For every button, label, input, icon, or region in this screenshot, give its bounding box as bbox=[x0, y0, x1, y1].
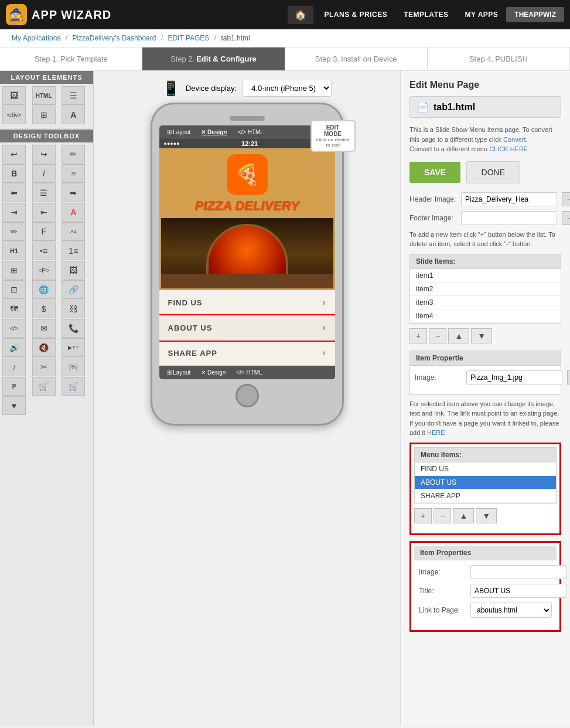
variable-icon[interactable]: [%] bbox=[62, 358, 85, 376]
youtube-icon[interactable]: ▶YT bbox=[62, 338, 85, 357]
footer-image-input[interactable] bbox=[461, 211, 557, 225]
mute-icon[interactable]: 🔇 bbox=[32, 338, 56, 357]
nav-myapps[interactable]: MY APPS bbox=[456, 7, 506, 22]
scissors-icon[interactable]: ✂ bbox=[32, 358, 56, 376]
footer-image-browse[interactable]: ··· bbox=[562, 211, 570, 225]
menu-item-shareapp[interactable]: SHARE APP bbox=[415, 489, 556, 503]
here-link[interactable]: HERE bbox=[427, 429, 445, 436]
outdent-icon[interactable]: ⇤ bbox=[32, 203, 56, 222]
design-tab[interactable]: ✕ Design bbox=[198, 128, 230, 137]
bottom-image-input[interactable] bbox=[470, 565, 566, 579]
header-image-input[interactable] bbox=[461, 192, 557, 206]
step-4[interactable]: Step 4. PUBLISH bbox=[428, 47, 570, 70]
menu-item-aboutus[interactable]: ABOUT US bbox=[415, 476, 556, 489]
slide-remove-button[interactable]: − bbox=[429, 328, 446, 343]
bold-icon[interactable]: B bbox=[2, 164, 26, 183]
bottom-title-input[interactable] bbox=[470, 584, 566, 598]
save-button[interactable]: SAVE bbox=[409, 162, 460, 183]
slide-item-4[interactable]: item4 bbox=[410, 309, 561, 323]
dollar-icon[interactable]: $ bbox=[32, 300, 56, 318]
menu-item-findus[interactable]: FIND US bbox=[415, 462, 556, 476]
phone-menu-item-aboutus[interactable]: ABOUT US › bbox=[159, 315, 335, 341]
layout-tab-bottom[interactable]: ⊞ Layout bbox=[164, 368, 194, 377]
list-icon[interactable]: ☰ bbox=[62, 86, 85, 105]
p-tag-icon[interactable]: <P> bbox=[32, 261, 56, 280]
map-icon[interactable]: 🗺 bbox=[2, 300, 26, 318]
align-left-icon[interactable]: ⬅ bbox=[2, 183, 26, 202]
music-icon[interactable]: ♪ bbox=[2, 358, 26, 376]
item-image-input[interactable] bbox=[466, 370, 562, 385]
phone-home-button[interactable] bbox=[235, 384, 259, 407]
step-2[interactable]: Step 2. Edit & Configure bbox=[142, 47, 285, 70]
breadcrumb-editpages[interactable]: EDIT PAGES bbox=[168, 34, 209, 42]
layout-tab[interactable]: ⊞ Layout bbox=[164, 128, 194, 137]
home-button[interactable]: 🏠 bbox=[288, 6, 313, 24]
html-tab-bottom[interactable]: </> HTML bbox=[233, 368, 265, 377]
phone-icon[interactable]: 📞 bbox=[62, 319, 85, 338]
h1-icon[interactable]: H1 bbox=[2, 241, 26, 260]
link-icon[interactable]: 🔗 bbox=[62, 280, 85, 299]
breadcrumb-myapps[interactable]: My Applications bbox=[12, 34, 60, 42]
done-button[interactable]: DONE bbox=[466, 161, 520, 183]
phone-menu-item-findus[interactable]: FIND US › bbox=[159, 290, 335, 315]
slide-up-button[interactable]: ▲ bbox=[448, 328, 469, 343]
slide-item-3[interactable]: item3 bbox=[410, 296, 561, 309]
app-logo[interactable]: 🧙 APP WIZARD bbox=[6, 4, 111, 25]
slide-add-button[interactable]: + bbox=[409, 328, 427, 343]
pencil-icon[interactable]: ✏ bbox=[2, 222, 26, 241]
nav-user[interactable]: THEAPPWIZ bbox=[506, 7, 564, 22]
italic-icon[interactable]: I bbox=[32, 164, 56, 183]
font-color-icon[interactable]: A bbox=[62, 203, 85, 222]
menu-up-button[interactable]: ▲ bbox=[453, 508, 474, 523]
item-image-browse[interactable]: ··· bbox=[567, 370, 570, 385]
numbered-list-icon[interactable]: 1≡ bbox=[62, 241, 85, 260]
chain-icon[interactable]: ⛓ bbox=[62, 300, 85, 318]
align-right-icon[interactable]: ➡ bbox=[62, 183, 85, 202]
heart-icon[interactable]: ♥ bbox=[2, 396, 26, 415]
design-tab-bottom[interactable]: ✕ Design bbox=[198, 368, 228, 377]
bullet-list-icon[interactable]: •≡ bbox=[32, 241, 56, 260]
redo-icon[interactable]: ↪ bbox=[32, 145, 56, 164]
font-size-icon[interactable]: AA bbox=[62, 222, 85, 241]
slide-item-2[interactable]: item2 bbox=[410, 283, 561, 296]
image-icon[interactable]: 🖼 bbox=[2, 86, 26, 105]
div-icon[interactable]: <div> bbox=[2, 106, 26, 124]
slide-item-1[interactable]: item1 bbox=[410, 269, 561, 283]
email-icon[interactable]: ✉ bbox=[32, 319, 56, 338]
menu-add-button[interactable]: + bbox=[414, 508, 432, 523]
step-3[interactable]: Step 3. Install on Device bbox=[285, 47, 428, 70]
html-icon[interactable]: HTML bbox=[32, 86, 56, 105]
step-1[interactable]: Step 1. Pick Template bbox=[0, 47, 142, 70]
align-center-icon[interactable]: ☰ bbox=[32, 183, 56, 202]
breadcrumb-dashboard[interactable]: PizzaDelivery's Dashboard bbox=[72, 34, 156, 42]
header-image-browse[interactable]: ··· bbox=[562, 192, 570, 206]
phone-screen[interactable]: ⊞ Layout ✕ Design </> HTML ●●●●● 12:21 8… bbox=[159, 125, 335, 379]
code-icon[interactable]: </> bbox=[2, 319, 26, 338]
phone-menu-item-shareapp[interactable]: SHARE APP › bbox=[159, 341, 335, 366]
device-display-select[interactable]: 4.0-inch (iPhone 5) bbox=[243, 80, 332, 97]
indent-icon[interactable]: ⇥ bbox=[2, 203, 26, 222]
table-icon[interactable]: ⊞ bbox=[32, 106, 56, 124]
eraser-icon[interactable]: ✏ bbox=[62, 145, 85, 164]
align-icon[interactable]: ≡ bbox=[62, 164, 85, 183]
paypal-icon[interactable]: P bbox=[2, 377, 26, 396]
font-icon[interactable]: F bbox=[32, 222, 56, 241]
menu-remove-button[interactable]: − bbox=[434, 508, 451, 523]
image2-icon[interactable]: 🖼 bbox=[62, 261, 85, 280]
cart-icon[interactable]: 🛒 bbox=[32, 377, 56, 396]
globe-icon[interactable]: 🌐 bbox=[32, 280, 56, 299]
bottom-link-select[interactable]: aboutus.html bbox=[470, 603, 552, 618]
undo-icon[interactable]: ↩ bbox=[2, 145, 26, 164]
menu-down-button[interactable]: ▼ bbox=[476, 508, 497, 523]
cart2-icon[interactable]: 🛒 bbox=[62, 377, 85, 396]
component-icon[interactable]: ⊡ bbox=[2, 280, 26, 299]
volume-icon[interactable]: 🔊 bbox=[2, 338, 26, 357]
nav-templates[interactable]: TEMPLATES bbox=[395, 7, 456, 22]
convert-link[interactable]: Convert. bbox=[503, 136, 528, 143]
click-here-link[interactable]: CLICK HERE bbox=[489, 145, 528, 152]
grid-icon[interactable]: ⊞ bbox=[2, 261, 26, 280]
html-tab[interactable]: </> HTML bbox=[234, 128, 266, 137]
slide-down-button[interactable]: ▼ bbox=[471, 328, 492, 343]
text-icon[interactable]: A bbox=[62, 106, 85, 124]
nav-plans[interactable]: PLANS & PRICES bbox=[316, 7, 396, 22]
